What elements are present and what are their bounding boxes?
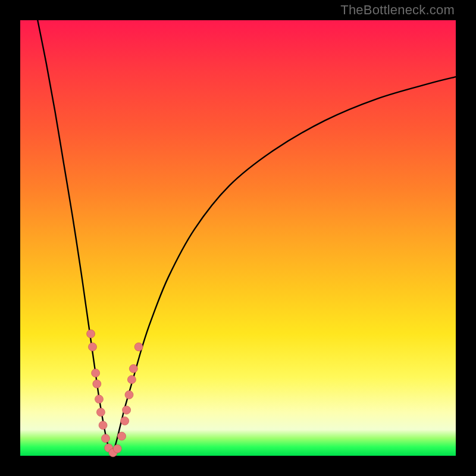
data-marker xyxy=(123,406,131,414)
frame-left xyxy=(0,0,20,476)
curve-right-branch xyxy=(112,77,456,456)
frame-bottom xyxy=(0,456,476,476)
data-marker xyxy=(99,421,107,430)
frame-right xyxy=(456,0,476,476)
data-marker xyxy=(118,432,126,440)
chart-svg xyxy=(20,20,456,456)
data-marker xyxy=(101,434,109,443)
data-marker xyxy=(125,391,133,399)
watermark-text: TheBottleneck.com xyxy=(340,2,455,18)
marker-layer xyxy=(87,330,143,457)
data-marker xyxy=(96,408,105,416)
data-marker xyxy=(129,365,137,373)
data-marker xyxy=(92,369,100,377)
plot-area xyxy=(20,20,456,456)
data-marker xyxy=(113,444,121,453)
data-marker xyxy=(93,380,101,388)
data-marker xyxy=(89,343,97,351)
data-marker xyxy=(95,395,103,403)
data-marker xyxy=(127,375,136,384)
data-marker xyxy=(87,330,95,338)
curve-left-branch xyxy=(37,20,111,456)
data-marker xyxy=(121,416,129,425)
data-marker xyxy=(134,343,143,351)
